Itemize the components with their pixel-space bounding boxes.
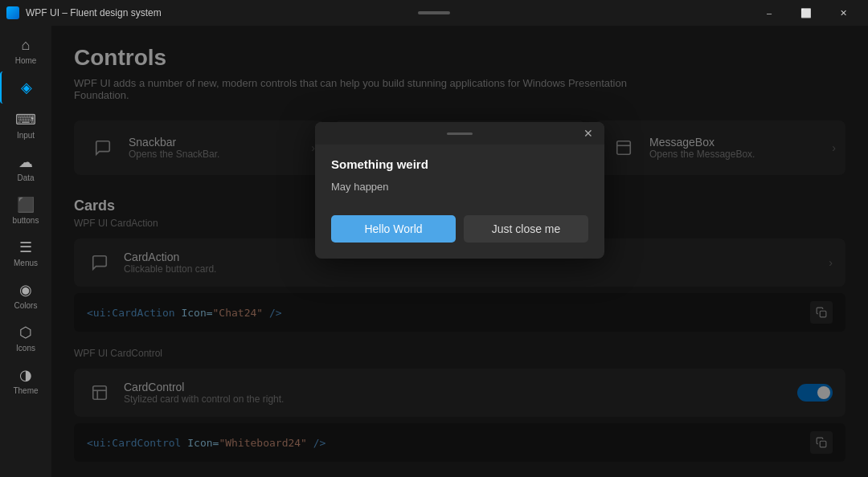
app-logo-icon <box>6 6 19 19</box>
titlebar: WPF UI – Fluent design system – ⬜ ✕ <box>0 0 868 26</box>
sidebar-label-theme: Theme <box>13 386 38 395</box>
modal-title: Something weird <box>315 145 604 177</box>
modal-body: May happen <box>315 177 604 209</box>
modal-footer: Hello World Just close me <box>315 209 604 259</box>
dialog-modal: ✕ Something weird May happen Hello World… <box>315 122 604 259</box>
sidebar-label-colors: Colors <box>14 301 38 310</box>
icons-icon: ⬡ <box>16 323 35 342</box>
sidebar-label-icons: Icons <box>16 344 35 353</box>
modal-overlay: ✕ Something weird May happen Hello World… <box>51 26 868 477</box>
sidebar-item-icons[interactable]: ⬡ Icons <box>0 316 51 359</box>
modal-primary-button[interactable]: Hello World <box>331 215 456 243</box>
maximize-button[interactable]: ⬜ <box>788 0 825 26</box>
sidebar-item-home[interactable]: ⌂ Home <box>0 29 51 71</box>
sidebar-label-data: Data <box>17 173 34 182</box>
sidebar-label-input: Input <box>17 131 35 140</box>
close-button[interactable]: ✕ <box>825 0 862 26</box>
titlebar-left: WPF UI – Fluent design system <box>6 6 162 19</box>
menus-icon: ☰ <box>16 238 35 257</box>
modal-titlebar: ✕ <box>315 122 604 145</box>
buttons-icon: ⬛ <box>16 195 35 214</box>
sidebar-label-menus: Menus <box>14 259 38 267</box>
sidebar-label-home: Home <box>15 56 37 65</box>
titlebar-grip-icon <box>418 11 450 14</box>
sidebar-item-buttons[interactable]: ⬛ buttons <box>0 189 51 231</box>
sidebar-item-input[interactable]: ⌨ Input <box>0 104 51 146</box>
titlebar-center <box>418 11 450 14</box>
modal-secondary-button[interactable]: Just close me <box>464 215 588 243</box>
sidebar-item-menus[interactable]: ☰ Menus <box>0 231 51 274</box>
app-title: WPF UI – Fluent design system <box>26 7 162 18</box>
sidebar-item-colors[interactable]: ◉ Colors <box>0 274 51 316</box>
sidebar-label-buttons: buttons <box>13 216 39 225</box>
fluent-icon: ◈ <box>17 78 36 97</box>
theme-icon: ◑ <box>16 365 35 385</box>
sidebar-item-theme[interactable]: ◑ Theme <box>0 359 51 402</box>
modal-grip-icon <box>447 132 473 135</box>
minimize-button[interactable]: – <box>751 0 788 26</box>
window-controls: – ⬜ ✕ <box>751 0 862 26</box>
app-body: ⌂ Home ◈ ⌨ Input ☁ Data ⬛ buttons ☰ Menu… <box>0 26 868 477</box>
sidebar-item-fluent[interactable]: ◈ <box>0 71 51 104</box>
input-icon: ⌨ <box>16 110 35 129</box>
home-icon: ⌂ <box>16 35 35 55</box>
sidebar: ⌂ Home ◈ ⌨ Input ☁ Data ⬛ buttons ☰ Menu… <box>0 26 51 477</box>
colors-icon: ◉ <box>16 280 35 300</box>
modal-close-button[interactable]: ✕ <box>579 124 598 143</box>
sidebar-item-data[interactable]: ☁ Data <box>0 146 51 189</box>
data-icon: ☁ <box>16 153 35 172</box>
main-content: Controls WPF UI adds a number of new, mo… <box>51 26 868 477</box>
